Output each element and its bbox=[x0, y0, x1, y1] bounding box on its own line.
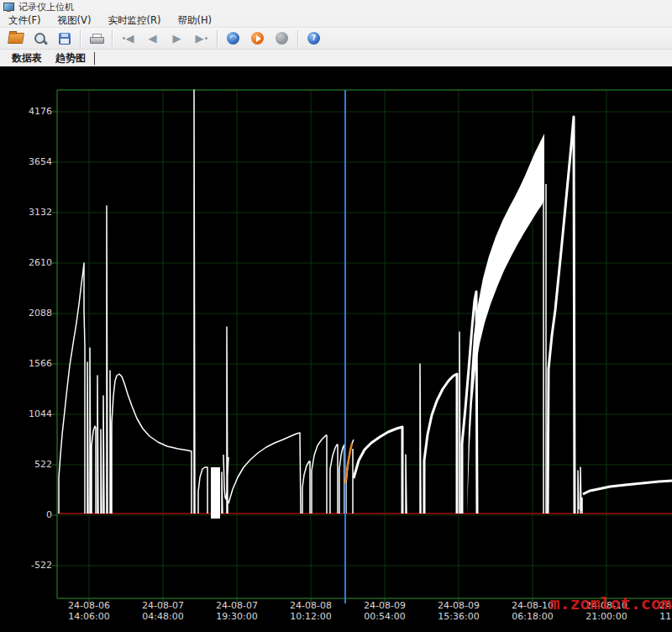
save-floppy-icon bbox=[59, 33, 71, 45]
next-record-icon: ▶ bbox=[173, 33, 181, 44]
series-highlight-segment bbox=[345, 444, 352, 483]
connect-icon: ◠ bbox=[227, 32, 239, 45]
x-axis-label: 24-08-08 10:12:00 bbox=[275, 601, 347, 622]
open-folder-icon bbox=[8, 33, 24, 44]
window-title: 记录仪上位机 bbox=[18, 1, 74, 13]
help-icon: ? bbox=[307, 32, 320, 45]
y-axis-label: 3654 bbox=[13, 156, 52, 167]
print-button[interactable] bbox=[85, 29, 108, 48]
toolbar-separator bbox=[80, 30, 81, 47]
save-button[interactable] bbox=[53, 29, 76, 48]
stop-icon bbox=[276, 32, 288, 45]
x-axis-label: 24-08-07 04:48:00 bbox=[127, 601, 199, 622]
last-record-button[interactable]: ▶ bbox=[190, 29, 213, 48]
printer-icon bbox=[90, 34, 102, 44]
connect-button[interactable]: ◠ bbox=[222, 29, 244, 48]
menu-bar: 文件(F) 视图(V) 实时监控(R) 帮助(H) bbox=[0, 14, 672, 28]
open-file-button[interactable] bbox=[4, 29, 27, 48]
stop-button[interactable] bbox=[270, 29, 293, 48]
y-axis-label: 1044 bbox=[13, 408, 52, 419]
toolbar-separator bbox=[217, 30, 218, 47]
y-axis-label: 3132 bbox=[13, 207, 52, 218]
series-dense-fill bbox=[211, 134, 544, 519]
watermark: m.zomlot.com bbox=[550, 593, 672, 614]
previous-record-button[interactable]: ◀ bbox=[141, 29, 164, 48]
series-noisy-band bbox=[354, 117, 672, 514]
x-axis-label: 24-08-06 14:06:00 bbox=[53, 601, 125, 622]
tab-data-table[interactable]: 数据表 bbox=[5, 50, 49, 66]
y-axis-label: 2088 bbox=[13, 308, 52, 319]
series-main-line bbox=[59, 90, 582, 514]
next-record-button[interactable]: ▶ bbox=[165, 29, 188, 48]
y-axis-label: -522 bbox=[13, 560, 52, 571]
app-monitor-icon bbox=[3, 3, 14, 12]
tab-trend-chart[interactable]: 趋势图 bbox=[49, 50, 92, 66]
y-axis-label: 522 bbox=[13, 459, 52, 470]
search-button[interactable] bbox=[29, 29, 51, 48]
menu-file[interactable]: 文件(F) bbox=[0, 14, 50, 27]
menu-realtime-monitor[interactable]: 实时监控(R) bbox=[99, 14, 169, 27]
first-record-icon: ◀ bbox=[123, 33, 134, 44]
help-button[interactable]: ? bbox=[302, 29, 325, 48]
y-axis-label: 1566 bbox=[13, 358, 52, 369]
tab-divider bbox=[94, 52, 95, 65]
first-record-button[interactable]: ◀ bbox=[117, 29, 139, 48]
tab-bar: 数据表 趋势图 bbox=[0, 50, 672, 66]
search-icon bbox=[34, 33, 45, 44]
x-axis-label: 24-08-07 19:30:00 bbox=[201, 601, 273, 622]
y-axis-label: 2610 bbox=[13, 257, 52, 268]
x-axis-label: 24-08-09 00:54:00 bbox=[349, 601, 421, 622]
y-axis-label: 4176 bbox=[13, 106, 52, 117]
toolbar: ◀ ◀ ▶ ▶ ◠ ? bbox=[0, 28, 672, 50]
toolbar-separator bbox=[297, 30, 298, 47]
title-bar: 记录仪上位机 bbox=[0, 0, 672, 14]
menu-view[interactable]: 视图(V) bbox=[50, 14, 100, 27]
start-button[interactable] bbox=[246, 29, 269, 48]
y-axis-label: 0 bbox=[13, 509, 52, 520]
toolbar-separator bbox=[112, 30, 113, 47]
play-icon bbox=[251, 32, 264, 45]
plot-svg bbox=[0, 66, 672, 632]
menu-help[interactable]: 帮助(H) bbox=[169, 14, 220, 27]
previous-record-icon: ◀ bbox=[149, 33, 157, 44]
x-axis-label: 24-08-09 15:36:00 bbox=[423, 601, 495, 622]
last-record-icon: ▶ bbox=[196, 33, 207, 44]
trend-chart-canvas[interactable]: m.zomlot.com 417636543132261020881566104… bbox=[0, 66, 672, 632]
